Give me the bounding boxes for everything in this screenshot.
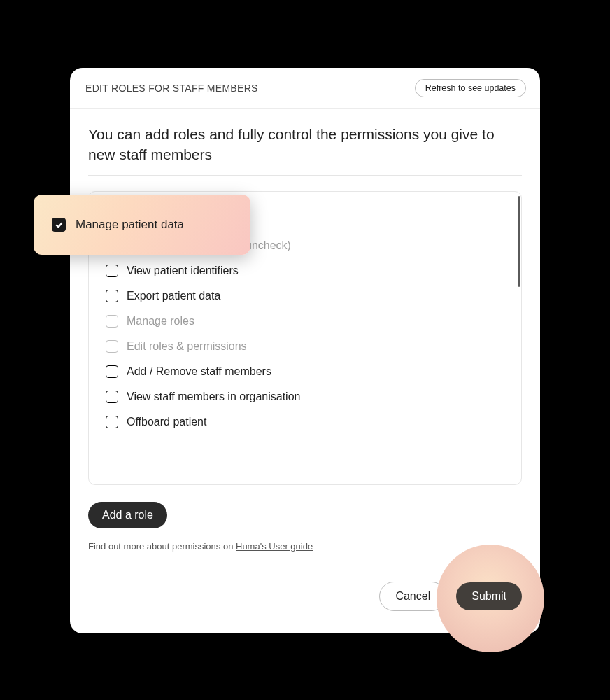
permission-label: Edit roles & permissions	[127, 339, 247, 354]
permission-row-edit-roles-permissions: Edit roles & permissions	[106, 339, 521, 354]
permission-label: View patient identifiers	[127, 263, 239, 279]
user-guide-link[interactable]: Huma's User guide	[236, 541, 313, 552]
add-role-button[interactable]: Add a role	[88, 502, 167, 528]
permission-row-add-remove-staff[interactable]: Add / Remove staff members	[106, 364, 521, 379]
permission-label: View staff members in organisation	[127, 389, 300, 405]
permission-label: Offboard patient	[127, 414, 206, 430]
permission-row-offboard-patient[interactable]: Offboard patient	[106, 414, 521, 430]
checkbox-disabled-icon	[106, 315, 118, 328]
modal-header: EDIT ROLES FOR STAFF MEMBERS Refresh to …	[70, 68, 540, 108]
permission-label: Add / Remove staff members	[127, 364, 271, 379]
permission-row-view-staff-org[interactable]: View staff members in organisation	[106, 389, 521, 405]
footnote-prefix: Find out more about permissions on	[88, 541, 236, 552]
permission-row-manage-roles: Manage roles	[106, 314, 521, 329]
checkbox-unchecked-icon[interactable]	[106, 391, 118, 403]
scrollbar[interactable]	[518, 196, 520, 287]
modal-actions: Cancel Submit	[379, 582, 522, 611]
cancel-button[interactable]: Cancel	[379, 582, 446, 611]
checkbox-unchecked-icon[interactable]	[106, 290, 118, 302]
checkbox-unchecked-icon[interactable]	[106, 365, 118, 378]
divider	[88, 175, 522, 176]
checkbox-checked-icon[interactable]	[52, 218, 66, 232]
permission-row-export-patient-data[interactable]: Export patient data	[106, 288, 521, 304]
modal-title: EDIT ROLES FOR STAFF MEMBERS	[85, 83, 258, 94]
checkbox-unchecked-icon[interactable]	[106, 265, 118, 277]
edit-roles-modal: EDIT ROLES FOR STAFF MEMBERS Refresh to …	[70, 68, 540, 634]
refresh-button[interactable]: Refresh to see updates	[415, 79, 526, 97]
highlight-label: Manage patient data	[76, 218, 184, 232]
checkbox-disabled-icon	[106, 340, 118, 353]
intro-text: You can add roles and fully control the …	[70, 108, 540, 175]
checkbox-unchecked-icon[interactable]	[106, 416, 118, 428]
footnote: Find out more about permissions on Huma'…	[88, 541, 540, 552]
submit-button[interactable]: Submit	[456, 582, 522, 610]
permission-row-view-patient-identifiers[interactable]: View patient identifiers	[106, 263, 521, 279]
highlight-manage-patient-data[interactable]: Manage patient data	[34, 195, 250, 255]
permission-label: Manage roles	[127, 314, 194, 329]
permission-label: Export patient data	[127, 288, 220, 304]
